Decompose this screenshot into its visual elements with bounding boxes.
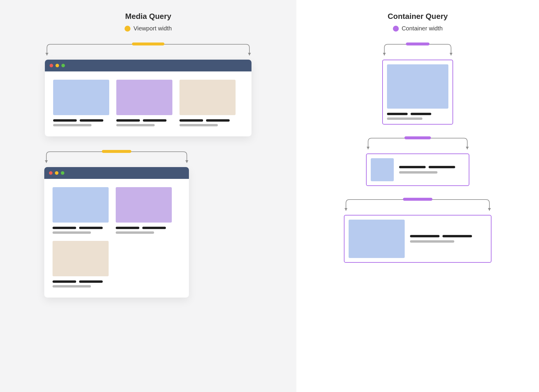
card-lines (53, 119, 109, 126)
card-thumb-purple (116, 80, 172, 115)
card-thumb-beige (179, 80, 236, 115)
container-card-large (344, 215, 491, 263)
card-lines (53, 280, 109, 288)
width-indicator-wide (45, 44, 251, 55)
card (179, 80, 236, 126)
narrow-browser-group (44, 151, 189, 312)
traffic-light-green (61, 64, 65, 67)
browser-titlebar (44, 167, 189, 179)
width-indicator-medium (366, 138, 469, 149)
media-query-legend: Viewport width (125, 25, 172, 32)
media-query-title: Media Query (125, 12, 171, 21)
traffic-light-red (49, 171, 53, 175)
card-lines (53, 227, 109, 234)
legend-dot-yellow (125, 26, 130, 32)
card-thumb-beige (53, 241, 109, 276)
browser-titlebar (45, 60, 251, 71)
card-lines (179, 119, 236, 126)
container-query-title: Container Query (388, 12, 448, 21)
card-thumb (349, 220, 405, 258)
container-large-group (344, 199, 491, 276)
bracket-icon (344, 199, 491, 212)
text-line (387, 117, 422, 120)
width-indicator-narrow (44, 151, 189, 163)
container-query-panel: Container Query Container width (296, 0, 539, 392)
bracket-icon (382, 44, 453, 57)
card-text (399, 166, 455, 174)
container-query-legend: Container width (393, 25, 443, 32)
browser-body (44, 179, 189, 298)
pill-indicator (404, 136, 431, 139)
traffic-light-yellow (55, 171, 58, 175)
card-thumb-purple (116, 187, 172, 223)
legend-dot-purple (393, 26, 399, 32)
width-indicator-large (344, 199, 491, 211)
card (116, 80, 172, 126)
browser-narrow (44, 167, 189, 298)
container-small-group (382, 44, 453, 138)
container-medium-group (366, 138, 469, 199)
card-text (410, 235, 472, 243)
pill-indicator (406, 43, 429, 45)
card (116, 187, 172, 234)
card-lines (116, 119, 172, 126)
pill-indicator (403, 198, 432, 201)
card-lines (116, 227, 172, 234)
pill-indicator (132, 43, 164, 45)
media-query-legend-label: Viewport width (133, 25, 172, 32)
bracket-icon (44, 151, 189, 164)
card-thumb (387, 64, 448, 109)
traffic-light-yellow (55, 64, 59, 67)
traffic-light-red (50, 64, 53, 67)
media-query-panel: Media Query Viewport width (0, 0, 296, 392)
bracket-icon (45, 44, 251, 57)
card-thumb-blue (53, 187, 109, 223)
card (53, 80, 109, 126)
container-card-medium (366, 153, 469, 186)
bracket-icon (366, 138, 469, 151)
traffic-light-green (61, 171, 64, 175)
text-line (387, 113, 448, 115)
browser-wide (45, 60, 251, 136)
container-query-legend-label: Container width (402, 25, 443, 32)
card (53, 241, 109, 288)
browser-body (45, 71, 251, 136)
card-thumb (371, 158, 394, 181)
width-indicator-small (382, 44, 453, 55)
card (53, 187, 109, 234)
container-card-small (382, 60, 453, 125)
pill-indicator (102, 150, 131, 153)
card-thumb-blue (53, 80, 109, 115)
wide-browser-group (45, 44, 251, 151)
